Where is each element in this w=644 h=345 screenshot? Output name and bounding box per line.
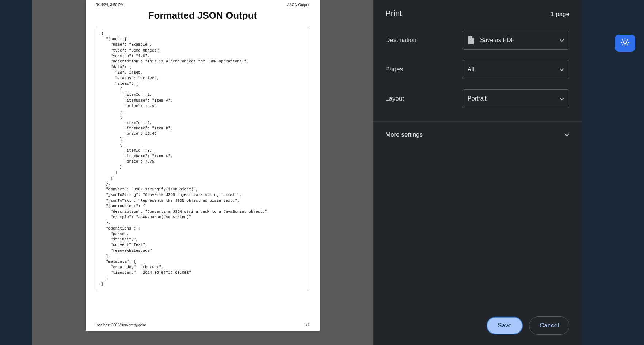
print-preview-pane[interactable]: 9/14/24, 3:50 PM JSON Output Formatted J… bbox=[32, 0, 373, 345]
layout-value: Portrait bbox=[468, 95, 487, 102]
preview-page: 9/14/24, 3:50 PM JSON Output Formatted J… bbox=[86, 0, 320, 331]
settings-divider bbox=[373, 121, 582, 122]
pages-value: All bbox=[468, 66, 474, 73]
pages-row: Pages All bbox=[385, 60, 569, 79]
save-button[interactable]: Save bbox=[486, 316, 523, 335]
more-settings-label: More settings bbox=[385, 131, 423, 139]
theme-toggle-button[interactable] bbox=[615, 35, 635, 52]
print-dialog: 9/14/24, 3:50 PM JSON Output Formatted J… bbox=[32, 0, 582, 345]
preview-page-title: Formatted JSON Output bbox=[96, 10, 309, 21]
destination-label: Destination bbox=[385, 37, 462, 44]
preview-timestamp: 9/14/24, 3:50 PM bbox=[96, 3, 124, 7]
print-settings-pane: Print 1 page Destination Save as PDF Pag… bbox=[373, 0, 582, 345]
svg-point-0 bbox=[624, 41, 627, 44]
layout-row: Layout Portrait bbox=[385, 89, 569, 108]
layout-select[interactable]: Portrait bbox=[462, 89, 569, 108]
cancel-button[interactable]: Cancel bbox=[529, 316, 569, 335]
more-settings-toggle[interactable]: More settings bbox=[385, 131, 569, 139]
destination-value: Save as PDF bbox=[480, 37, 514, 43]
chevron-down-icon bbox=[560, 66, 564, 73]
chevron-down-icon bbox=[560, 95, 564, 102]
dialog-buttons: Save Cancel bbox=[385, 316, 569, 335]
print-title: Print bbox=[385, 9, 402, 18]
chevron-down-icon bbox=[564, 131, 569, 139]
page-count: 1 page bbox=[550, 11, 569, 18]
pages-label: Pages bbox=[385, 66, 462, 73]
svg-line-3 bbox=[622, 39, 623, 40]
pdf-file-icon bbox=[468, 36, 474, 44]
preview-header-title: JSON Output bbox=[287, 3, 309, 7]
destination-select[interactable]: Save as PDF bbox=[462, 31, 569, 50]
svg-line-4 bbox=[627, 45, 628, 45]
svg-line-7 bbox=[622, 45, 623, 45]
destination-row: Destination Save as PDF bbox=[385, 31, 569, 50]
svg-line-8 bbox=[627, 39, 628, 40]
layout-label: Layout bbox=[385, 95, 462, 102]
chevron-down-icon bbox=[560, 37, 564, 43]
sun-icon bbox=[620, 38, 630, 49]
preview-footer-url: localhost:3000/json-pretty-print bbox=[96, 323, 146, 327]
preview-json-code: { "json": { "name": "Example", "type": "… bbox=[96, 27, 309, 291]
pages-select[interactable]: All bbox=[462, 60, 569, 79]
preview-page-number: 1/1 bbox=[304, 323, 309, 327]
